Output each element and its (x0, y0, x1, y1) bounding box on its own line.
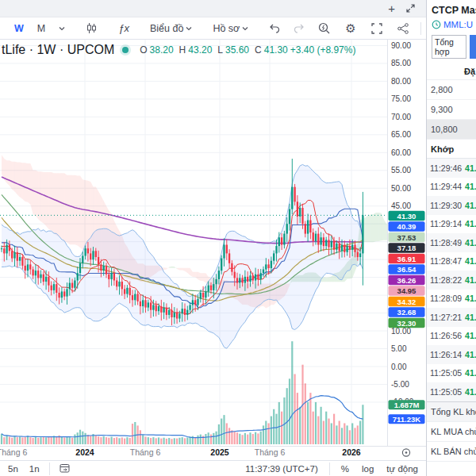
symbol-row: MML:U (427, 17, 476, 33)
trade-row: 11:28:4741.30 (427, 252, 476, 271)
panel-summary-row: Tổng KL khớp (427, 402, 476, 422)
trade-price: 41.30 (465, 294, 476, 303)
depth-row: 2,800 (427, 80, 476, 100)
range-5y-button[interactable]: 5n (6, 464, 20, 474)
trade-row: 11:28:0941.30 (427, 290, 476, 309)
trade-row: 11:26:5641.30 (427, 327, 476, 346)
svg-text:2026: 2026 (342, 447, 361, 457)
trade-price: 41.30 (465, 163, 476, 173)
svg-text:5.00: 5.00 (391, 344, 407, 353)
settings-gear-icon[interactable]: ⚙ (342, 20, 359, 37)
svg-text:711.23K: 711.23K (393, 415, 421, 424)
svg-text:36.54: 36.54 (397, 265, 416, 274)
trade-time: 11:25:05 (430, 368, 462, 378)
trade-price: 41.30 (465, 219, 476, 228)
tab-tong-hop[interactable]: Tổng hợp (432, 35, 466, 59)
svg-text:1.687M: 1.687M (394, 401, 420, 409)
trade-time: 11:26:56 (430, 331, 462, 340)
trade-price: 41.30 (465, 331, 476, 340)
interval-dropdown-chevron-icon[interactable] (56, 24, 68, 33)
share-icon[interactable] (394, 21, 412, 36)
trade-time: 11:28:49 (430, 238, 462, 248)
svg-text:41.30: 41.30 (397, 212, 416, 221)
interval-month-button[interactable]: M (34, 21, 48, 36)
svg-text:45.00: 45.00 (391, 202, 411, 210)
depth-rows: 2,8009,30010,800 (427, 80, 476, 140)
trade-row: 11:27:2141.30 (427, 308, 476, 327)
svg-text:32.68: 32.68 (397, 308, 416, 317)
clock-button[interactable]: 11:37:39 (UTC+7) (244, 464, 320, 474)
auto-scale-button[interactable]: tự động (385, 464, 420, 474)
symbol-link[interactable]: MML:U (443, 20, 473, 29)
bottombar-divider (329, 463, 330, 475)
trade-time: 11:28:22 (430, 275, 462, 285)
profile-menu-button[interactable]: Hồ sơ (209, 21, 251, 36)
add-tab-button[interactable]: + (388, 2, 395, 14)
svg-text:80.00: 80.00 (391, 77, 411, 86)
svg-text:60.00: 60.00 (391, 148, 411, 157)
trade-time: 11:28:47 (430, 256, 462, 266)
panel-footer: Tổng KL khớpKL MUA chủ độngKL BÁN chủ độ… (427, 401, 476, 462)
range-1y-button[interactable]: 1n (28, 464, 41, 474)
market-data-panel: CTCP Mas MML:U Tổng hợp Đặ 2,8009,30010,… (426, 0, 476, 476)
toolbar-right-tools: ⚙ C (315, 20, 443, 37)
trade-price: 41.30 (465, 313, 476, 322)
chart-toolbar: W M ƒx Biểu đồ Hồ sơ (0, 17, 426, 40)
trade-time: 11:29:46 (430, 163, 462, 173)
trade-row: 11:28:4941.30 (427, 233, 476, 252)
chart-menu-button[interactable]: Biểu đồ (147, 21, 195, 36)
profile-menu-label: Hồ sơ (213, 23, 240, 34)
redo-icon[interactable] (290, 22, 308, 35)
trade-time: 11:29:30 (430, 201, 462, 210)
svg-text:70.00: 70.00 (391, 113, 411, 121)
svg-text:2024: 2024 (75, 447, 94, 457)
svg-text:34.95: 34.95 (397, 286, 416, 295)
svg-text:85.00: 85.00 (391, 59, 411, 67)
clock-icon (432, 20, 441, 29)
expand-window-icon[interactable] (406, 2, 415, 14)
svg-text:32.30: 32.30 (397, 319, 416, 328)
price-chart-canvas[interactable]: 90.0085.0080.0075.0070.0065.0060.0055.00… (0, 40, 426, 460)
trade-row: 11:28:2241.30 (427, 271, 476, 290)
chart-area: tLife · 1W · UPCOM O38.20 H43.20 L35.60 … (0, 40, 426, 460)
bottombar-divider (49, 463, 50, 475)
quick-search-icon[interactable] (315, 21, 333, 36)
interval-week-button[interactable]: W (11, 21, 27, 36)
trade-price: 41.30 (465, 387, 476, 397)
svg-text:2025: 2025 (210, 447, 229, 457)
svg-text:55.00: 55.00 (391, 166, 411, 175)
svg-text:-5.00: -5.00 (391, 380, 409, 389)
go-to-date-calendar-icon[interactable] (58, 463, 71, 474)
depth-column-header: Đặ (427, 63, 476, 80)
log-scale-button[interactable]: log (360, 464, 375, 474)
trade-time: 11:28:09 (430, 294, 462, 303)
panel-tabs: Tổng hợp (427, 33, 476, 63)
bottombar-right: 11:37:39 (UTC+7) % log tự động (244, 463, 420, 475)
trading-app: + W M ƒx Biểu đồ Hồ sơ (0, 0, 476, 476)
matches-header: Khớp (427, 140, 476, 159)
trade-row: 11:25:0541.30 (427, 382, 476, 401)
trade-price: 41.30 (465, 182, 476, 191)
window-strip: + (0, 0, 426, 17)
svg-text:37.18: 37.18 (397, 244, 416, 252)
svg-text:Tháng 6: Tháng 6 (255, 447, 286, 457)
svg-text:Tháng 6: Tháng 6 (0, 447, 27, 457)
trade-price: 41.30 (465, 256, 476, 266)
trade-row: 11:29:1441.30 (427, 215, 476, 234)
tab-next-partial[interactable] (470, 35, 476, 59)
svg-text:90.00: 90.00 (391, 41, 411, 50)
undo-icon[interactable] (266, 22, 283, 35)
trade-price: 41.30 (465, 201, 476, 210)
chart-bottom-bar: 5n 1n 11:37:39 (UTC+7) % log tự động (0, 460, 426, 476)
trade-time: 11:25:05 (430, 387, 462, 397)
indicators-button[interactable]: ƒx (115, 21, 132, 36)
svg-text:50.00: 50.00 (391, 184, 411, 193)
candle-style-button[interactable] (83, 21, 101, 36)
panel-summary-row: KL BÁN chủ động (427, 442, 476, 462)
fullscreen-icon[interactable] (368, 21, 386, 36)
trade-time: 11:26:14 (430, 350, 462, 359)
trade-time: 11:29:14 (430, 219, 462, 228)
percent-scale-button[interactable]: % (340, 464, 351, 474)
chart-menu-label: Biểu đồ (150, 23, 183, 34)
trade-row: 11:29:4441.30 (427, 178, 476, 197)
